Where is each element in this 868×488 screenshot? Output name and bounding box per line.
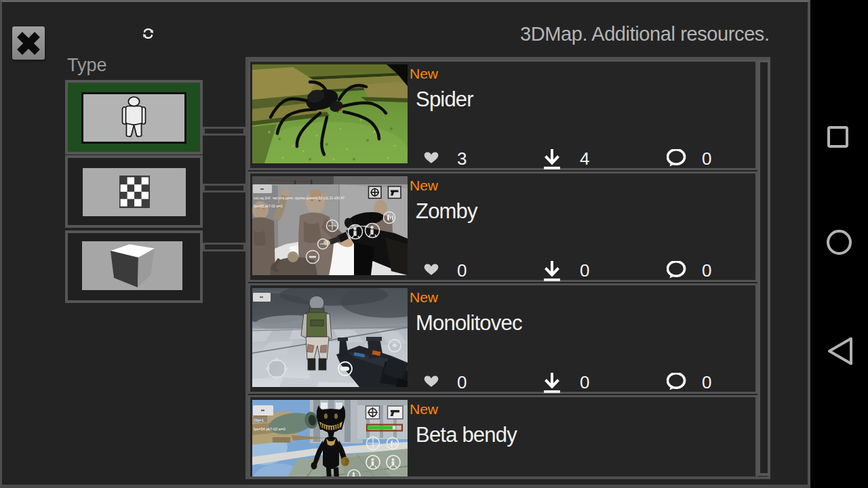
svg-text:fps=55 uk7-02 w=0: fps=55 uk7-02 w=0 [254, 204, 283, 208]
svg-text:сос.ед 2об. частота дочн. груп: сос.ед 2об. частота дочн. группы posи=0.… [254, 196, 344, 200]
svg-text:Obj=1: Obj=1 [254, 418, 264, 422]
svg-text:fps=54 pk7-02 w=0: fps=54 pk7-02 w=0 [254, 427, 285, 431]
